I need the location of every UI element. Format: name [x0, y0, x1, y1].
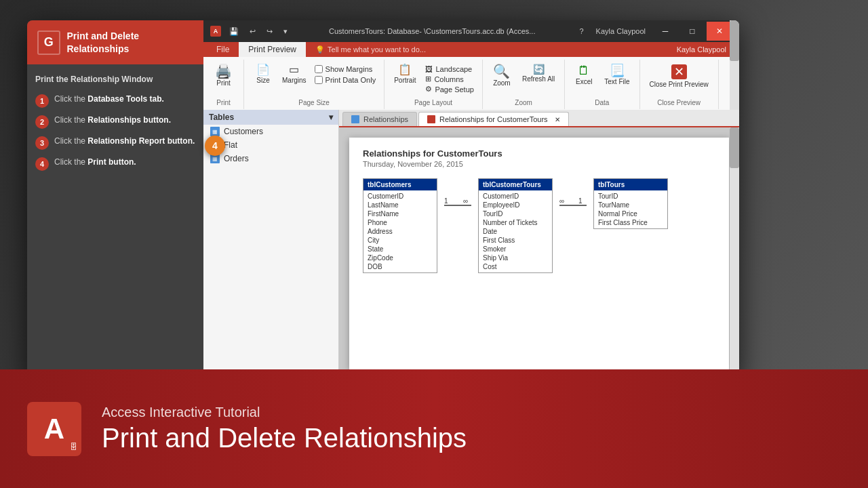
field-t-tourname: TourName — [598, 201, 663, 209]
portrait-button[interactable]: 📋 Portrait — [390, 62, 420, 86]
page-size-checkboxes: Show Margins Print Data Only — [312, 62, 379, 87]
help-btn[interactable]: ? — [574, 27, 589, 35]
columns-item[interactable]: ⊞ Columns — [425, 75, 474, 83]
field-city: City — [368, 236, 433, 245]
field-ct-employeeid: EmployeeID — [483, 201, 548, 209]
relationship-diagram: tblCustomers CustomerID LastName FirstNa… — [363, 178, 715, 273]
minimize-btn[interactable]: ─ — [652, 22, 678, 41]
field-state: State — [368, 245, 433, 253]
zoom-button[interactable]: 🔍 Zoom — [488, 62, 515, 89]
ribbon-group-page-layout: 📋 Portrait 🖼 Landscape ⊞ Columns — [384, 60, 483, 109]
refresh-button[interactable]: 🔄 Refresh All — [518, 62, 559, 85]
sidebar-header: G Print and Delete Relationships — [27, 20, 203, 64]
nav-pane-arrow[interactable]: ▾ — [329, 113, 333, 122]
excel-button[interactable]: 🗒 Excel — [570, 62, 597, 87]
close-btn[interactable]: ✕ — [707, 22, 732, 41]
tab-rel-customertours-label: Relationships for CustomerTours — [439, 115, 548, 123]
print-data-only-checkbox[interactable]: Print Data Only — [315, 76, 376, 84]
step-3-number: 3 — [35, 136, 49, 150]
ribbon-scrollbar-thumb[interactable] — [730, 20, 739, 61]
step-4-badge: 4 — [205, 136, 225, 156]
svg-text:∞: ∞ — [463, 197, 468, 205]
nav-pane-header[interactable]: Tables ▾ — [203, 110, 338, 125]
tell-me-bar[interactable]: 💡 Tell me what you want to do... — [306, 43, 435, 57]
tab-relationships-for-customertours[interactable]: Relationships for CustomerTours ✕ — [418, 112, 569, 126]
svg-text:1: 1 — [444, 197, 448, 205]
field-ct-shipvia: Ship Via — [483, 253, 548, 262]
sidebar: G Print and Delete Relationships Print t… — [27, 20, 203, 380]
data-group-label: Data — [595, 96, 609, 106]
print-content: Relationships for CustomerTours Thursday… — [349, 138, 729, 284]
field-lastname: LastName — [368, 201, 433, 209]
landscape-icon: 🖼 — [425, 65, 433, 73]
close-preview-group-label: Close Preview — [657, 96, 701, 106]
tbl-customer-tours-fields: CustomerID EmployeeID TourID Number of T… — [479, 190, 552, 272]
portrait-label: Portrait — [394, 77, 416, 84]
user-name: Kayla Claypool — [591, 27, 651, 35]
app-window: A 💾 ↩ ↪ ▾ CustomersTours: Database- \Cus… — [203, 20, 739, 380]
page-setup-item[interactable]: ⚙ Page Setup — [425, 85, 474, 94]
title-bar-title: CustomersTours: Database- \CustomersTour… — [329, 27, 535, 35]
step-1-number: 1 — [35, 94, 49, 108]
nav-item-orders[interactable]: ▦ Orders — [203, 152, 338, 165]
size-button[interactable]: 📄 Size — [250, 62, 277, 87]
tab-relationships-icon — [351, 115, 359, 123]
tbl-customers-header: tblCustomers — [363, 179, 437, 190]
field-dob: DOB — [368, 262, 433, 271]
nav-item-customers[interactable]: ▦ Customers — [203, 125, 338, 138]
sidebar-intro: Print the Relationship Window — [35, 75, 195, 84]
print-report-title: Relationships for CustomerTours — [363, 148, 715, 159]
close-print-preview-button[interactable]: ✕ Close Print Preview — [646, 62, 713, 90]
refresh-label: Refresh All — [522, 75, 555, 83]
file-tab[interactable]: File — [207, 42, 239, 57]
maximize-btn[interactable]: □ — [679, 22, 705, 41]
print-preview-tab[interactable]: Print Preview — [239, 42, 306, 57]
page-setup-icon: ⚙ — [425, 85, 432, 94]
size-icon: 📄 — [256, 64, 270, 75]
print-button[interactable]: 🖨️ Print — [210, 62, 237, 89]
access-logo-db: 🗄 — [70, 443, 77, 451]
print-report-date: Thursday, November 26, 2015 — [363, 160, 715, 168]
connector-2: ∞ 1 — [559, 195, 587, 216]
tbl-customers: tblCustomers CustomerID LastName FirstNa… — [363, 178, 437, 273]
step-3: 3 Click the Relationship Report button. — [35, 136, 195, 150]
zoom-label: Zoom — [493, 79, 511, 87]
orders-table-label: Orders — [224, 154, 249, 163]
redo-qat-btn[interactable]: ↪ — [264, 26, 275, 37]
content-scrollbar-thumb[interactable] — [730, 127, 739, 168]
field-ct-firstclass: First Class — [483, 236, 548, 245]
show-margins-checkbox[interactable]: Show Margins — [315, 65, 376, 73]
print-label: Print — [216, 79, 231, 87]
nav-pane-title: Tables — [209, 113, 234, 122]
content-scrollbar[interactable] — [730, 127, 739, 380]
data-content: 🗒 Excel 📃 Text File — [570, 62, 633, 96]
qat-dropdown[interactable]: ▾ — [281, 26, 290, 37]
text-file-icon: 📃 — [610, 64, 625, 77]
columns-label: Columns — [434, 75, 463, 83]
field-ct-date: Date — [483, 227, 548, 236]
field-t-firstclassprice: First Class Price — [598, 218, 663, 227]
tab-relationships[interactable]: Relationships — [342, 112, 417, 126]
access-logo-letter: A — [44, 413, 64, 445]
text-file-button[interactable]: 📃 Text File — [600, 62, 633, 87]
field-phone: Phone — [368, 218, 433, 227]
field-zipcode: ZipCode — [368, 253, 433, 262]
save-qat-btn[interactable]: 💾 — [226, 26, 241, 37]
print-data-only-input[interactable] — [315, 76, 323, 84]
step-2-number: 2 — [35, 115, 49, 129]
ribbon-group-print-content: 🖨️ Print — [210, 62, 237, 96]
show-margins-label: Show Margins — [326, 65, 373, 73]
page-size-group-label: Page Size — [298, 96, 330, 106]
field-ct-numtickets: Number of Tickets — [483, 218, 548, 227]
svg-text:∞: ∞ — [559, 197, 564, 205]
tab-close-icon[interactable]: ✕ — [555, 116, 560, 123]
margins-button[interactable]: ▭ Margins — [278, 62, 311, 87]
sidebar-logo: G — [37, 30, 60, 55]
ribbon-group-page-size: 📄 Size ▭ Margins Show Margins — [244, 60, 384, 109]
show-margins-input[interactable] — [315, 65, 323, 73]
svg-text:1: 1 — [578, 197, 583, 205]
tab-bar: Relationships Relationships for Customer… — [339, 110, 739, 127]
access-bottom-logo-icon: A 🗄 — [27, 402, 81, 456]
undo-qat-btn[interactable]: ↩ — [247, 26, 258, 37]
landscape-item[interactable]: 🖼 Landscape — [425, 65, 474, 73]
